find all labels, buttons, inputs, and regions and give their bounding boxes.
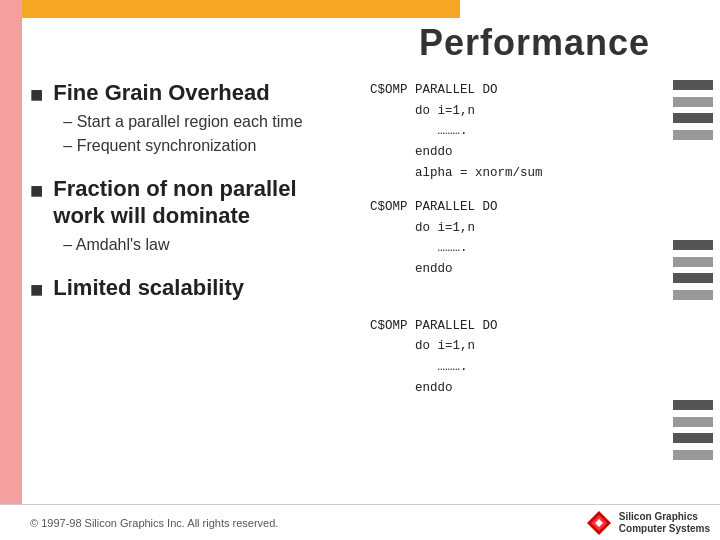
stripe [673, 273, 713, 283]
stripe-block-2 [673, 240, 713, 300]
stripe [673, 97, 713, 107]
silicon-graphics-logo-icon [585, 509, 613, 537]
bullet-content-1: Fine Grain Overhead Start a parallel reg… [53, 80, 360, 158]
footer: © 1997-98 Silicon Graphics Inc. All righ… [0, 504, 720, 540]
code-line-3-3: ………. [370, 357, 655, 378]
code-line-1-3: ………. [370, 121, 655, 142]
content-layout: ■ Fine Grain Overhead Start a parallel r… [30, 80, 655, 404]
bullet-icon-3: ■ [30, 277, 43, 303]
left-bar [0, 0, 22, 540]
sub-bullet-2-1: Amdahl's law [63, 233, 360, 257]
code-area: C$OMP PARALLEL DO do i=1,n ………. enddo al… [370, 80, 655, 404]
stripe [673, 400, 713, 410]
stripe [673, 290, 713, 300]
main-content: ■ Fine Grain Overhead Start a parallel r… [30, 80, 655, 500]
bullet-title-1: Fine Grain Overhead [53, 80, 360, 106]
left-bullets: ■ Fine Grain Overhead Start a parallel r… [30, 80, 370, 404]
code-block-2: C$OMP PARALLEL DO do i=1,n ………. enddo [370, 197, 655, 280]
footer-logo: Silicon Graphics Computer Systems [585, 509, 710, 537]
code-line-2-2: do i=1,n [370, 218, 655, 239]
code-line-3-2: do i=1,n [370, 336, 655, 357]
code-block-1: C$OMP PARALLEL DO do i=1,n ………. enddo al… [370, 80, 655, 183]
sub-bullet-1-1: Start a parallel region each time [63, 110, 360, 134]
footer-copyright: © 1997-98 Silicon Graphics Inc. All righ… [30, 517, 278, 529]
stripe [673, 240, 713, 250]
company-line2: Computer Systems [619, 523, 710, 535]
stripe [673, 257, 713, 267]
code-block-3: C$OMP PARALLEL DO do i=1,n ………. enddo [370, 316, 655, 399]
code-line-2-1: C$OMP PARALLEL DO [370, 197, 655, 218]
stripe [673, 450, 713, 460]
stripe [673, 433, 713, 443]
bullet-icon-1: ■ [30, 82, 43, 108]
stripe [673, 113, 713, 123]
code-line-3-1: C$OMP PARALLEL DO [370, 316, 655, 337]
code-line-2-4: enddo [370, 259, 655, 280]
bullet-section-3: ■ Limited scalability [30, 275, 360, 303]
code-line-1-5: alpha = xnorm/sum [370, 163, 655, 184]
stripe-block-3 [673, 400, 713, 460]
sub-bullets-1: Start a parallel region each time Freque… [63, 110, 360, 158]
bullet-title-2: Fraction of non parallel work will domin… [53, 176, 360, 229]
code-line-1-2: do i=1,n [370, 101, 655, 122]
stripe [673, 417, 713, 427]
stripe [673, 130, 713, 140]
stripe-block-1 [673, 80, 713, 140]
bullet-content-2: Fraction of non parallel work will domin… [53, 176, 360, 257]
page-title: Performance [419, 22, 650, 64]
code-line-1-4: enddo [370, 142, 655, 163]
code-line-3-4: enddo [370, 378, 655, 399]
bullet-icon-2: ■ [30, 178, 43, 204]
bullet-content-3: Limited scalability [53, 275, 360, 301]
right-panel [665, 0, 720, 540]
sub-bullets-2: Amdahl's law [63, 233, 360, 257]
bullet-section-1: ■ Fine Grain Overhead Start a parallel r… [30, 80, 360, 158]
top-bar [0, 0, 460, 18]
footer-company-name: Silicon Graphics Computer Systems [619, 511, 710, 535]
code-line-2-3: ………. [370, 238, 655, 259]
bullet-title-3: Limited scalability [53, 275, 360, 301]
company-line1: Silicon Graphics [619, 511, 710, 523]
stripe [673, 80, 713, 90]
bullet-section-2: ■ Fraction of non parallel work will dom… [30, 176, 360, 257]
code-line-1-1: C$OMP PARALLEL DO [370, 80, 655, 101]
sub-bullet-1-2: Frequent synchronization [63, 134, 360, 158]
